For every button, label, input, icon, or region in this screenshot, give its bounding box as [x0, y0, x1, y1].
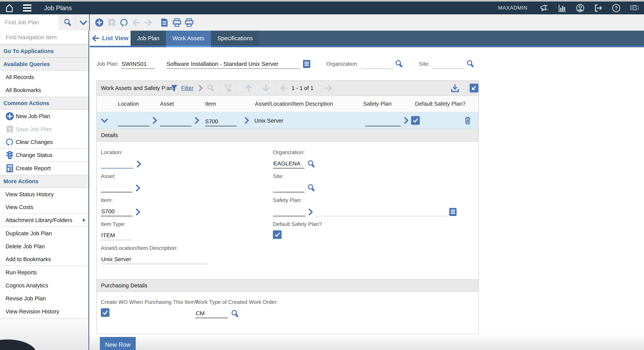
search-icon[interactable]	[61, 14, 74, 31]
sidebar-item-view-revision-history[interactable]: View Revision History	[0, 305, 88, 318]
column-header-asset[interactable]: Asset	[160, 96, 174, 112]
alid-input[interactable]: Unix Server	[101, 254, 207, 264]
safety-plan-description-field[interactable]	[315, 206, 447, 216]
sidebar-item-view-costs[interactable]: View Costs	[0, 201, 88, 214]
tab-job-plan[interactable]: Job Plan	[130, 31, 166, 46]
sidebar-item-add-to-bookmarks[interactable]: Add to Bookmarks	[0, 253, 88, 266]
clear-changes-icon[interactable]	[118, 14, 131, 31]
print-preview-icon[interactable]	[182, 14, 196, 31]
row-item-field[interactable]: S700	[205, 117, 237, 126]
help-icon[interactable]	[612, 4, 620, 12]
new-record-icon[interactable]	[92, 14, 106, 31]
long-description-icon[interactable]	[303, 59, 311, 68]
row-delete-icon[interactable]	[464, 116, 472, 125]
find-navigation-input[interactable]	[0, 31, 88, 44]
report-list-icon[interactable]	[158, 14, 171, 31]
organization-select-icon[interactable]	[307, 160, 316, 168]
filter-expand-icon[interactable]	[198, 81, 203, 95]
tab-work-assets[interactable]: Work Assets	[166, 31, 211, 46]
table-row[interactable]: S700 Unix Server	[97, 112, 478, 129]
column-header-item[interactable]: Item	[205, 96, 216, 112]
logout-icon[interactable]	[594, 4, 602, 12]
row-safety-plan-detail-icon[interactable]	[404, 116, 409, 125]
row-expand-icon[interactable]	[102, 116, 107, 125]
sidebar-item-change-status[interactable]: Change Status	[0, 149, 88, 162]
reports-chart-icon[interactable]	[558, 4, 566, 12]
column-header-safety-plan[interactable]: Safety Plan	[363, 96, 392, 112]
sidebar-item-create-report[interactable]: Create Report	[0, 162, 88, 175]
home-icon[interactable]	[5, 4, 14, 12]
filter-link[interactable]: Filter	[181, 81, 194, 95]
column-header-description[interactable]: Asset/Location/Item Description	[255, 96, 333, 112]
sidebar-item-all-bookmarks[interactable]: All Bookmarks	[0, 84, 88, 97]
row-asset-detail-icon[interactable]	[194, 116, 200, 125]
row-location-field[interactable]	[118, 117, 150, 126]
create-wo-checkbox[interactable]	[101, 308, 110, 317]
default-safety-plan-checkbox[interactable]	[273, 230, 282, 239]
sidebar-item-new-job-plan[interactable]: New Job Plan	[0, 110, 88, 123]
location-detail-icon[interactable]	[136, 160, 142, 168]
safety-plan-long-description-icon[interactable]	[449, 208, 457, 216]
sidebar-item-duplicate-job-plan[interactable]: Duplicate Job Plan	[0, 227, 88, 240]
asset-input[interactable]	[101, 182, 132, 192]
find-record-input[interactable]	[0, 14, 58, 31]
work-type-select-icon[interactable]	[230, 310, 240, 318]
download-icon[interactable]	[450, 81, 460, 95]
sidebar-item-go-to-applications[interactable]: Go To Applications	[0, 45, 88, 58]
row-safety-plan-field[interactable]	[365, 117, 400, 126]
job-plan-description-field[interactable]: Software Installation - Standard Unix Se…	[166, 59, 300, 69]
sidebar-item-clear-changes[interactable]: Clear Changes	[0, 136, 88, 149]
chevron-down-icon[interactable]	[77, 14, 90, 31]
item-input[interactable]: S700	[101, 206, 132, 216]
site-label: Site:	[273, 173, 316, 179]
collapse-table-icon[interactable]	[470, 81, 478, 95]
filter-icon[interactable]	[170, 81, 178, 95]
sidebar-item-cognos-analytics[interactable]: Cognos Analytics	[0, 279, 88, 292]
site-select-icon[interactable]	[466, 59, 475, 68]
row-item-detail-icon[interactable]	[244, 116, 249, 125]
table-title: Work Assets and Safety Plans	[101, 81, 176, 95]
sidebar-section-common-actions: Common Actions	[0, 97, 88, 110]
undo-icon	[5, 138, 14, 146]
organization-input[interactable]: EAGLENA	[273, 159, 304, 168]
location-input[interactable]	[101, 159, 134, 168]
alid-label: Asset/Location/Item Description:	[101, 245, 207, 251]
sidebar-item-all-records[interactable]: All Records	[0, 71, 88, 84]
sidebar-item-view-status-history[interactable]: View Status History	[0, 188, 88, 201]
site-input[interactable]	[273, 182, 304, 192]
sidebar-item-delete-job-plan[interactable]: Delete Job Plan	[0, 240, 88, 253]
find-navigation-box	[0, 31, 88, 45]
toolbar-separator	[236, 81, 237, 95]
organization-field[interactable]	[361, 59, 394, 69]
column-header-default-safety-plan[interactable]: Default Safety Plan?	[415, 96, 466, 112]
menu-icon[interactable]	[23, 4, 32, 11]
site-select-icon[interactable]	[307, 184, 316, 192]
print-icon[interactable]	[170, 14, 184, 31]
job-plan-field[interactable]: SWINS01	[121, 59, 155, 69]
profile-icon[interactable]	[576, 4, 584, 12]
organization-select-icon[interactable]	[395, 59, 404, 68]
row-asset-field[interactable]	[160, 117, 192, 126]
safety-plan-input[interactable]	[273, 206, 306, 216]
asset-detail-icon[interactable]	[135, 184, 140, 192]
work-assets-panel: Work Assets and Safety Plans Filter 1 - …	[96, 80, 479, 334]
row-default-safety-plan-checkbox[interactable]	[411, 116, 420, 125]
sidebar-item-attachment-library[interactable]: Attachment Library/Folders	[0, 214, 88, 227]
back-to-list-view[interactable]: List View	[90, 31, 130, 46]
announcements-icon[interactable]	[540, 4, 548, 12]
site-field[interactable]	[432, 59, 465, 69]
sidebar-item-run-reports[interactable]: Run Reports	[0, 266, 88, 279]
tab-specifications[interactable]: Specifications	[211, 31, 259, 46]
sidebar-footer	[0, 318, 88, 350]
details-body: Location: Organization: EAGLENA Asset:	[97, 142, 478, 276]
previous-page-icon	[280, 81, 288, 95]
safety-plan-detail-icon[interactable]	[308, 208, 313, 216]
details-item-field: Item: S700	[101, 197, 140, 216]
item-detail-icon[interactable]	[135, 208, 140, 216]
row-location-detail-icon[interactable]	[152, 116, 157, 125]
work-type-input[interactable]: CM	[195, 308, 228, 318]
sidebar-item-revise-job-plan[interactable]: Revise Job Plan	[0, 292, 88, 305]
new-row-button[interactable]: New Row	[100, 337, 136, 350]
column-header-location[interactable]: Location	[118, 96, 139, 112]
username-label[interactable]: MAXADMIN	[498, 5, 528, 11]
